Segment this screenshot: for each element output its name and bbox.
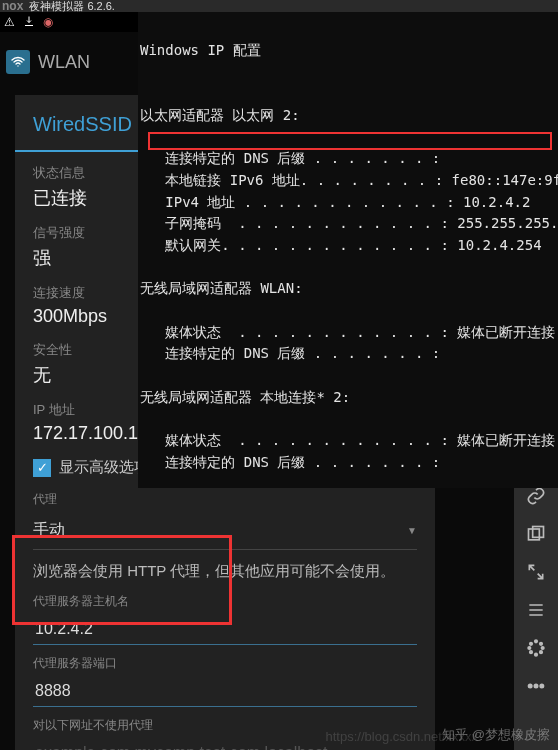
svg-point-8 — [528, 647, 531, 650]
menu-icon[interactable] — [526, 600, 546, 620]
terminal-line: 子网掩码 . . . . . . . . . . . . : 255.255.2… — [140, 215, 558, 231]
app-icon: ◉ — [43, 15, 53, 29]
terminal-line: 无线局域网适配器 WLAN: — [140, 280, 303, 296]
terminal-line: 连接特定的 DNS 后缀 . . . . . . . : — [140, 454, 440, 470]
terminal-line: 连接特定的 DNS 后缀 . . . . . . . : — [140, 150, 440, 166]
cmd-terminal: Windows IP 配置 以太网适配器 以太网 2: 连接特定的 DNS 后缀… — [138, 12, 558, 488]
terminal-line: 本地链接 IPv6 地址. . . . . . . . : fe80::147e… — [140, 172, 558, 188]
svg-point-9 — [530, 643, 533, 646]
terminal-line: IPv4 地址 . . . . . . . . . . . . : 10.2.4… — [140, 194, 530, 210]
svg-point-2 — [535, 640, 538, 643]
multiwindow-icon[interactable] — [526, 524, 546, 544]
link-icon[interactable] — [526, 486, 546, 506]
terminal-line: Windows IP 配置 — [140, 42, 261, 58]
terminal-line: 媒体状态 . . . . . . . . . . . . : 媒体已断开连接 — [140, 324, 555, 340]
terminal-line: 无线局域网适配器 本地连接* 2: — [140, 389, 350, 405]
svg-point-5 — [540, 651, 543, 654]
proxy-host-input[interactable]: 10.2.4.2 — [33, 614, 417, 645]
watermark-zhihu: 知乎 @梦想橡皮擦 — [442, 726, 550, 744]
svg-point-11 — [534, 684, 537, 687]
proxy-host-label: 代理服务器主机名 — [33, 593, 417, 610]
svg-point-4 — [541, 647, 544, 650]
fullscreen-icon[interactable] — [526, 562, 546, 582]
svg-rect-1 — [533, 527, 544, 538]
checkbox-checked-icon[interactable]: ✓ — [33, 459, 51, 477]
emulator-sidebar — [514, 472, 558, 750]
proxy-note: 浏览器会使用 HTTP 代理，但其他应用可能不会使用。 — [33, 560, 417, 583]
proxy-port-input[interactable]: 8888 — [33, 676, 417, 707]
svg-point-7 — [530, 651, 533, 654]
emulator-titlebar: nox 夜神模拟器 6.2.6. — [0, 0, 558, 12]
download-icon — [23, 15, 35, 30]
svg-point-3 — [540, 643, 543, 646]
android-statusbar: ⚠ ◉ — [0, 12, 140, 32]
proxy-value: 手动 — [33, 520, 65, 541]
terminal-line: 连接特定的 DNS 后缀 . . . . . . . : — [140, 345, 440, 361]
wlan-header[interactable]: WLAN — [0, 42, 140, 82]
terminal-line: 默认网关. . . . . . . . . . . . . : 10.2.4.2… — [140, 237, 542, 253]
svg-point-10 — [529, 684, 532, 687]
svg-rect-0 — [529, 529, 540, 540]
annotation-highlight — [148, 132, 552, 150]
svg-point-12 — [540, 684, 543, 687]
loading-icon[interactable] — [526, 638, 546, 658]
wlan-label: WLAN — [38, 52, 90, 73]
dropdown-icon: ▼ — [407, 525, 417, 536]
more-icon[interactable] — [526, 676, 546, 696]
wifi-icon — [6, 50, 30, 74]
warning-icon: ⚠ — [4, 15, 15, 29]
show-advanced-label: 显示高级选项 — [59, 458, 149, 477]
proxy-label: 代理 — [33, 491, 417, 508]
terminal-line: 以太网适配器 以太网 2: — [140, 107, 300, 123]
svg-point-6 — [535, 653, 538, 656]
terminal-line: 媒体状态 . . . . . . . . . . . . : 媒体已断开连接 — [140, 432, 555, 448]
proxy-spinner[interactable]: 手动 ▼ — [33, 512, 417, 550]
proxy-port-label: 代理服务器端口 — [33, 655, 417, 672]
